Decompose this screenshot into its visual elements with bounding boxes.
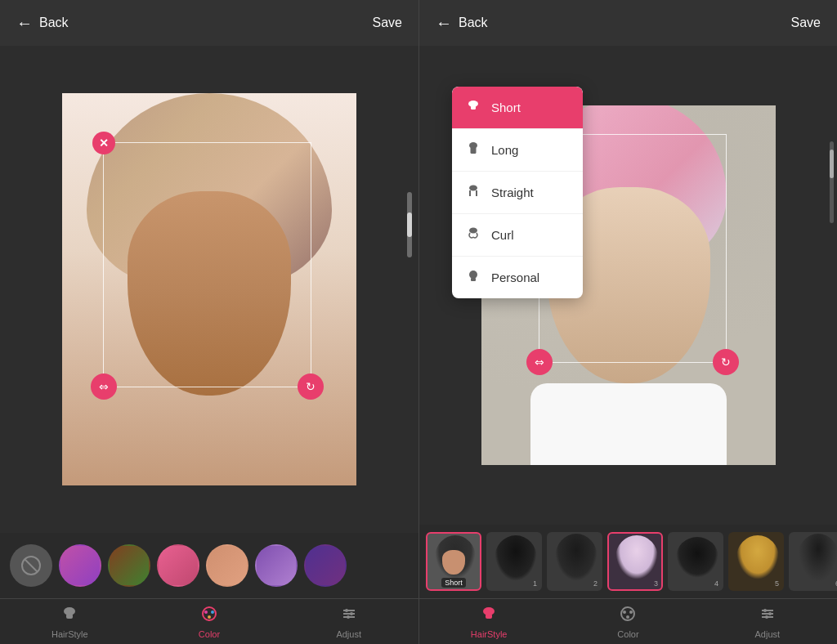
- left-tab-adjust[interactable]: Adjust: [279, 605, 418, 639]
- left-image-area: ✕ ⇔ ↻: [0, 46, 418, 533]
- right-hair-thumb-3[interactable]: 2: [547, 532, 602, 591]
- left-color-row: [0, 533, 418, 598]
- left-top-bar: ← Back Save: [0, 0, 418, 46]
- left-resize-handle-left[interactable]: ⇔: [91, 373, 117, 400]
- right-save-button[interactable]: Save: [791, 16, 821, 30]
- left-hairstyle-label: HairStyle: [51, 629, 88, 639]
- left-scrollbar[interactable]: [407, 192, 412, 257]
- dropdown-short-label: Short: [491, 101, 521, 114]
- right-panel: ← Back Save Short: [418, 0, 837, 644]
- left-photo-container: ✕ ⇔ ↻: [62, 93, 356, 485]
- right-hair-thumb-7[interactable]: 6: [789, 532, 837, 591]
- right-top-bar: ← Back Save: [419, 0, 837, 46]
- right-color-label: Color: [617, 629, 638, 639]
- right-color-icon: [619, 605, 637, 627]
- right-hairstyle-row: Short 1 2 3 4: [419, 525, 837, 598]
- svg-point-12: [350, 612, 353, 615]
- svg-rect-23: [486, 614, 492, 619]
- svg-rect-3: [66, 614, 73, 619]
- svg-point-26: [629, 610, 633, 614]
- svg-point-20: [469, 271, 477, 279]
- left-tab-bar: HairStyle Color: [0, 598, 418, 644]
- svg-point-6: [211, 610, 214, 614]
- right-hair-thumb-4[interactable]: 3: [607, 532, 663, 591]
- right-tab-bar: HairStyle Color: [419, 598, 837, 644]
- left-color-swatch-6[interactable]: [304, 544, 347, 587]
- right-tab-hairstyle[interactable]: HairStyle: [419, 605, 558, 639]
- left-back-arrow-icon: ←: [16, 14, 33, 33]
- left-save-button[interactable]: Save: [373, 16, 402, 30]
- svg-point-11: [345, 609, 348, 612]
- right-hair-thumb-5[interactable]: 4: [668, 532, 723, 591]
- dropdown-item-personal[interactable]: Personal: [452, 257, 583, 298]
- dropdown-item-short[interactable]: Short: [452, 87, 583, 129]
- left-tab-hairstyle[interactable]: HairStyle: [0, 605, 140, 639]
- left-photo: ✕ ⇔ ↻: [62, 93, 356, 485]
- right-back-button[interactable]: ← Back: [436, 14, 488, 33]
- svg-rect-17: [471, 147, 477, 154]
- left-color-swatch-2[interactable]: [108, 544, 150, 587]
- left-color-icon: [200, 605, 218, 627]
- left-back-button[interactable]: ← Back: [16, 14, 69, 33]
- svg-point-32: [768, 612, 772, 615]
- left-no-color-swatch[interactable]: [10, 544, 52, 587]
- left-color-swatch-5[interactable]: [255, 544, 298, 587]
- right-tab-color[interactable]: Color: [558, 605, 697, 639]
- right-hairstyle-svg-icon: [480, 605, 498, 623]
- right-hair-thumb-6[interactable]: 5: [728, 532, 784, 591]
- right-color-svg-icon: [619, 605, 637, 623]
- right-adjust-label: Adjust: [755, 629, 781, 639]
- left-bottom-toolbar: HairStyle Color: [0, 533, 418, 644]
- left-color-swatch-1[interactable]: [59, 544, 101, 587]
- right-hair-thumb-1[interactable]: Short: [426, 532, 481, 591]
- left-color-label: Color: [199, 629, 220, 639]
- left-tab-color[interactable]: Color: [140, 605, 280, 639]
- svg-point-5: [204, 610, 208, 614]
- right-hair-thumb-5-num: 4: [714, 579, 718, 588]
- left-face: [128, 191, 291, 396]
- right-scroll-thumb: [830, 150, 834, 178]
- straight-icon-svg: [466, 183, 481, 198]
- right-tab-adjust[interactable]: Adjust: [698, 605, 837, 639]
- dropdown-item-straight[interactable]: Straight: [452, 172, 583, 214]
- short-hair-icon: [465, 98, 481, 117]
- dropdown-curl-label: Curl: [491, 228, 514, 242]
- svg-point-25: [623, 610, 626, 614]
- right-hair-thumb-1-label: Short: [441, 578, 466, 588]
- svg-point-31: [763, 609, 767, 612]
- right-hairstyle-icon: [480, 605, 498, 627]
- right-hair-thumb-2[interactable]: 1: [486, 532, 542, 591]
- dropdown-item-long[interactable]: Long: [452, 129, 583, 172]
- left-panel: ← Back Save ✕ ⇔ ↻: [0, 0, 418, 644]
- svg-point-33: [765, 615, 768, 619]
- no-color-icon: [20, 554, 43, 577]
- dropdown-item-curl[interactable]: Curl: [452, 214, 583, 257]
- dropdown-straight-label: Straight: [491, 186, 534, 199]
- svg-rect-21: [471, 278, 476, 281]
- dropdown-long-label: Long: [491, 143, 518, 157]
- left-back-label: Back: [39, 16, 69, 30]
- long-hair-icon: [465, 141, 481, 159]
- left-resize-handle-right[interactable]: ↻: [298, 373, 324, 400]
- right-hair-thumb-2-num: 1: [533, 579, 537, 588]
- right-back-label: Back: [459, 16, 488, 30]
- straight-hair-icon: [465, 183, 481, 202]
- hairstyle-svg-icon: [60, 605, 78, 623]
- right-image-area: Short Long Straight: [419, 46, 837, 525]
- left-color-swatch-3[interactable]: [157, 544, 199, 587]
- svg-point-13: [347, 615, 350, 619]
- right-adjust-icon: [759, 605, 777, 627]
- svg-point-7: [208, 615, 211, 619]
- left-color-swatch-4[interactable]: [206, 544, 248, 587]
- right-bottom-toolbar: Short 1 2 3 4: [419, 525, 837, 644]
- adjust-svg-icon: [340, 605, 358, 623]
- svg-point-27: [626, 615, 629, 619]
- curl-hair-icon: [465, 226, 481, 244]
- svg-point-18: [469, 186, 477, 191]
- right-hair-thumb-6-num: 5: [775, 579, 779, 588]
- right-dropdown-menu: Short Long Straight: [452, 87, 583, 298]
- color-svg-icon: [200, 605, 218, 623]
- short-icon-svg: [466, 98, 481, 113]
- svg-point-19: [469, 228, 477, 234]
- right-scrollbar[interactable]: [830, 141, 834, 223]
